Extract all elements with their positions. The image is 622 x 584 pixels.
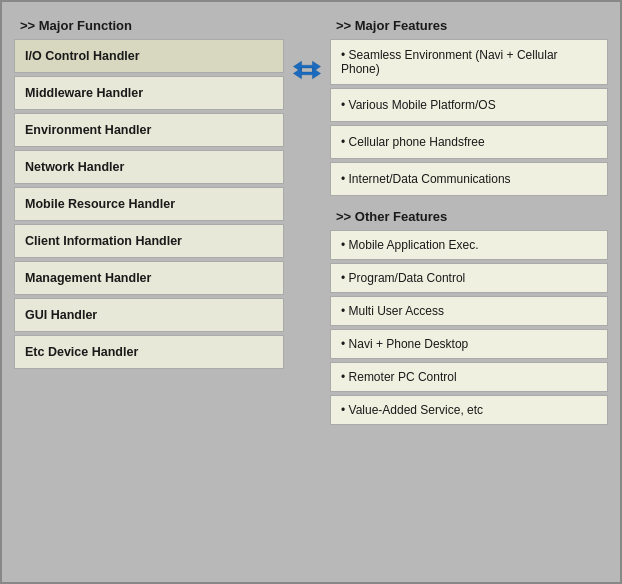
- feature-item-3: • Internet/Data Communications: [330, 162, 608, 196]
- feature-item-0: • Seamless Environment (Navi + Cellular …: [330, 39, 608, 85]
- function-item-7: GUI Handler: [14, 298, 284, 332]
- major-features-list: • Seamless Environment (Navi + Cellular …: [330, 39, 608, 199]
- other-feature-item-4: • Remoter PC Control: [330, 362, 608, 392]
- major-features-header: >> Major Features: [330, 14, 608, 39]
- other-feature-item-3: • Navi + Phone Desktop: [330, 329, 608, 359]
- function-item-3: Network Handler: [14, 150, 284, 184]
- function-item-1: Middleware Handler: [14, 76, 284, 110]
- arrow-area: [292, 14, 322, 570]
- other-feature-item-2: • Multi User Access: [330, 296, 608, 326]
- main-container: >> Major Function I/O Control HandlerMid…: [0, 0, 622, 584]
- content-area: >> Major Function I/O Control HandlerMid…: [14, 14, 608, 570]
- major-function-header: >> Major Function: [14, 14, 284, 39]
- svg-marker-0: [293, 61, 320, 72]
- right-panel: >> Major Features • Seamless Environment…: [330, 14, 608, 570]
- double-arrow-icon: [292, 56, 322, 84]
- other-feature-item-1: • Program/Data Control: [330, 263, 608, 293]
- feature-item-1: • Various Mobile Platform/OS: [330, 88, 608, 122]
- function-list: I/O Control HandlerMiddleware HandlerEnv…: [14, 39, 284, 372]
- other-feature-item-5: • Value-Added Service, etc: [330, 395, 608, 425]
- svg-marker-1: [293, 68, 320, 79]
- function-item-0: I/O Control Handler: [14, 39, 284, 73]
- function-item-5: Client Information Handler: [14, 224, 284, 258]
- other-feature-item-0: • Mobile Application Exec.: [330, 230, 608, 260]
- other-features-header: >> Other Features: [330, 205, 608, 230]
- function-item-6: Management Handler: [14, 261, 284, 295]
- function-item-2: Environment Handler: [14, 113, 284, 147]
- left-panel: >> Major Function I/O Control HandlerMid…: [14, 14, 284, 570]
- feature-item-2: • Cellular phone Handsfree: [330, 125, 608, 159]
- function-item-8: Etc Device Handler: [14, 335, 284, 369]
- other-features-list: • Mobile Application Exec.• Program/Data…: [330, 230, 608, 428]
- function-item-4: Mobile Resource Handler: [14, 187, 284, 221]
